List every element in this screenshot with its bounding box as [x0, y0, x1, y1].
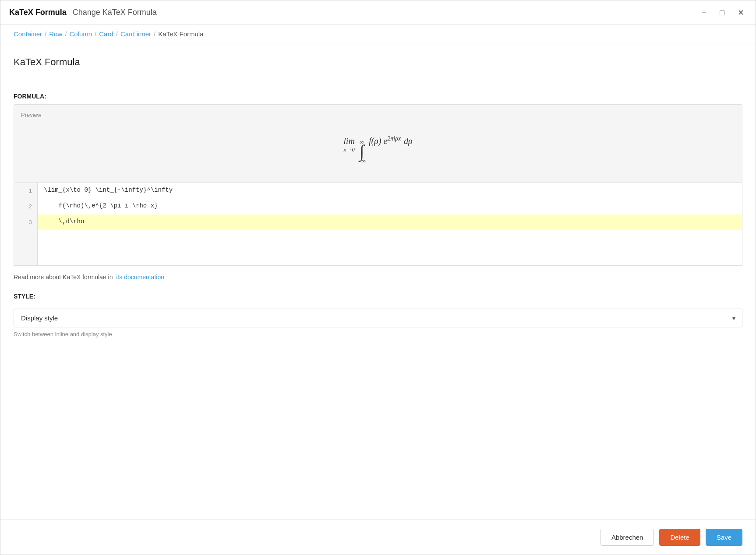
code-line-1: 1 \lim_{x\to 0} \int_{-\infty}^\infty	[14, 183, 742, 199]
footer: Abbrechen Delete Save	[0, 520, 756, 555]
line-content-2[interactable]: f(\rho)\,e^{2 \pi i \rho x}	[38, 199, 742, 214]
style-label: STYLE:	[14, 293, 742, 300]
style-help: Switch between inline and display style	[14, 331, 742, 337]
line-content-3[interactable]: \,d\rho	[38, 214, 742, 230]
line-content-1[interactable]: \lim_{x\to 0} \int_{-\infty}^\infty	[38, 183, 742, 199]
breadcrumb-card[interactable]: Card	[99, 30, 113, 38]
breadcrumb-sep-5: /	[154, 30, 155, 38]
breadcrumb-row[interactable]: Row	[49, 30, 62, 38]
formula-rendered: lim x→0 ∞ ∫ −∞ f(ρ) e2πiρx	[21, 123, 735, 176]
breadcrumb-current: KaTeX Formula	[158, 30, 203, 38]
close-button[interactable]: ✕	[735, 8, 747, 18]
main-content: KaTeX Formula FORMULA: Preview lim x→0	[0, 43, 756, 520]
title-bar-controls: − □ ✕	[699, 8, 747, 18]
line-number-3: 3	[14, 214, 38, 230]
code-line-3: 3 \,d\rho	[14, 214, 742, 230]
style-select[interactable]: Display style Inline style	[14, 309, 742, 327]
title-bar: KaTeX Formula Change KaTeX Formula − □ ✕	[0, 0, 756, 25]
breadcrumb-sep-1: /	[45, 30, 46, 38]
breadcrumb-column[interactable]: Column	[69, 30, 92, 38]
window: KaTeX Formula Change KaTeX Formula − □ ✕…	[0, 0, 756, 555]
cancel-button[interactable]: Abbrechen	[601, 529, 654, 546]
code-line-2: 2 f(\rho)\,e^{2 \pi i \rho x}	[14, 199, 742, 214]
breadcrumb-container[interactable]: Container	[14, 30, 42, 38]
breadcrumb: Container / Row / Column / Card / Card i…	[0, 25, 756, 43]
math-formula: lim x→0 ∞ ∫ −∞ f(ρ) e2πiρx	[343, 135, 412, 164]
doc-text-before: Read more about KaTeX formulae in	[14, 274, 113, 281]
window-title: KaTeX Formula	[9, 8, 67, 17]
preview-label: Preview	[21, 112, 735, 118]
formula-code-editor[interactable]: 1 \lim_{x\to 0} \int_{-\infty}^\infty 2 …	[14, 183, 742, 266]
code-line-empty	[14, 230, 742, 265]
formula-preview-box: Preview lim x→0 ∞ ∫ −∞	[14, 104, 742, 183]
minimize-button[interactable]: −	[699, 8, 710, 18]
formula-label: FORMULA:	[14, 93, 742, 100]
line-content-empty[interactable]	[38, 230, 742, 265]
line-number-empty	[14, 230, 38, 265]
window-subtitle: Change KaTeX Formula	[73, 8, 157, 17]
breadcrumb-sep-3: /	[95, 30, 96, 38]
maximize-button[interactable]: □	[717, 8, 727, 18]
style-select-wrapper: Display style Inline style ▾	[14, 309, 742, 327]
breadcrumb-sep-4: /	[116, 30, 118, 38]
delete-button[interactable]: Delete	[659, 529, 700, 546]
line-number-1: 1	[14, 183, 38, 199]
doc-text: Read more about KaTeX formulae in its do…	[14, 274, 742, 281]
doc-link[interactable]: its documentation	[116, 274, 164, 281]
breadcrumb-sep-2: /	[65, 30, 67, 38]
save-button[interactable]: Save	[706, 529, 742, 546]
breadcrumb-card-inner[interactable]: Card inner	[120, 30, 151, 38]
page-title: KaTeX Formula	[14, 56, 742, 76]
line-number-2: 2	[14, 199, 38, 214]
title-bar-left: KaTeX Formula Change KaTeX Formula	[9, 8, 157, 17]
